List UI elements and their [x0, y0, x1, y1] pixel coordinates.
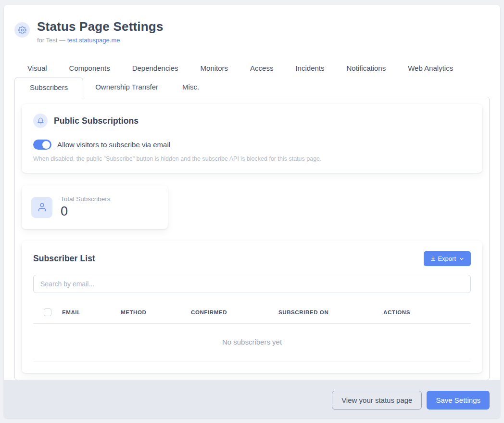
tab-incidents[interactable]: Incidents [284, 59, 335, 77]
column-confirmed: CONFIRMED [191, 303, 278, 324]
subscribe-helper-text: When disabled, the public "Subscribe" bu… [33, 155, 471, 162]
tab-misc[interactable]: Misc. [170, 77, 211, 97]
column-email: EMAIL [62, 303, 121, 324]
tab-ownership-transfer[interactable]: Ownership Transfer [83, 77, 170, 97]
view-status-page-button[interactable]: View your status page [332, 391, 422, 410]
subtitle-prefix: for Test — [37, 37, 65, 44]
subscriber-list-header: Subscriber List Export [33, 251, 471, 266]
tab-row-secondary: Subscribers Ownership Transfer Misc. [14, 77, 490, 97]
total-subscribers-value: 0 [61, 204, 111, 219]
save-settings-button[interactable]: Save Settings [427, 391, 490, 410]
page-header: Status Page Settings for Test — test.sta… [14, 19, 490, 44]
page-subtitle: for Test — test.statuspage.me [37, 37, 164, 44]
subscribe-email-toggle[interactable] [33, 140, 51, 150]
empty-state-row: No subscribers yet [33, 324, 471, 361]
tab-subscribers[interactable]: Subscribers [14, 77, 83, 97]
page-header-text: Status Page Settings for Test — test.sta… [37, 19, 164, 44]
export-button[interactable]: Export [424, 251, 471, 266]
subscribers-table: EMAIL METHOD CONFIRMED SUBSCRIBED ON ACT… [33, 303, 471, 361]
search-input[interactable] [33, 275, 471, 293]
select-all-cell [33, 303, 62, 324]
tab-visual[interactable]: Visual [14, 59, 58, 77]
download-icon [430, 256, 436, 262]
tab-monitors[interactable]: Monitors [189, 59, 239, 77]
public-subscriptions-title: Public Subscriptions [54, 116, 139, 126]
tab-notifications[interactable]: Notifications [336, 59, 397, 77]
select-all-checkbox[interactable] [44, 308, 51, 316]
person-icon [31, 197, 52, 218]
tab-access[interactable]: Access [239, 59, 284, 77]
export-button-label: Export [438, 255, 456, 262]
tab-row-primary: Visual Components Dependencies Monitors … [14, 59, 490, 77]
bell-icon [33, 114, 48, 128]
column-subscribed-on: SUBSCRIBED ON [278, 303, 383, 324]
table-header-row: EMAIL METHOD CONFIRMED SUBSCRIBED ON ACT… [33, 303, 471, 324]
footer-action-bar: View your status page Save Settings [4, 380, 500, 418]
column-method: METHOD [121, 303, 191, 324]
subscribe-toggle-label: Allow visitors to subscribe via email [57, 141, 170, 149]
settings-page-card: Status Page Settings for Test — test.sta… [4, 5, 500, 418]
tab-dependencies[interactable]: Dependencies [121, 59, 189, 77]
tab-web-analytics[interactable]: Web Analytics [397, 59, 464, 77]
page-title: Status Page Settings [37, 19, 164, 34]
total-subscribers-card: Total Subscribers 0 [22, 185, 168, 229]
status-page-link[interactable]: test.statuspage.me [67, 37, 120, 44]
tab-components[interactable]: Components [58, 59, 121, 77]
subscriber-list-title: Subscriber List [33, 254, 95, 264]
column-actions: ACTIONS [383, 303, 471, 324]
total-subscribers-text: Total Subscribers 0 [61, 195, 111, 219]
subscribe-toggle-row: Allow visitors to subscribe via email [33, 140, 471, 150]
empty-state-message: No subscribers yet [33, 324, 471, 361]
chevron-down-icon [459, 256, 465, 262]
subscribers-tab-panel: Public Subscriptions Allow visitors to s… [14, 97, 490, 380]
public-subscriptions-header: Public Subscriptions [33, 114, 471, 128]
total-subscribers-label: Total Subscribers [61, 195, 111, 203]
gear-icon [14, 22, 30, 38]
public-subscriptions-card: Public Subscriptions Allow visitors to s… [22, 104, 482, 173]
toggle-knob [42, 141, 50, 149]
settings-page-body: Status Page Settings for Test — test.sta… [4, 5, 500, 380]
subscriber-list-card: Subscriber List Export [22, 241, 482, 373]
